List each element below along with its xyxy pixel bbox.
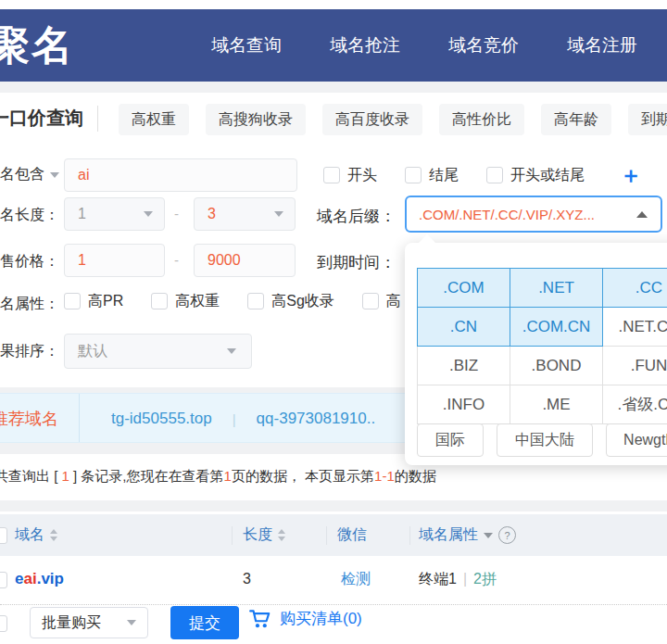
suffix-option-cn[interactable]: .CN bbox=[418, 308, 510, 347]
nav-item-domain-backorder[interactable]: 域名抢注 bbox=[330, 33, 400, 57]
row-checkbox[interactable] bbox=[0, 572, 7, 588]
sort-label: 结果排序： bbox=[0, 342, 59, 361]
suffix-option-province[interactable]: .省级.CN bbox=[603, 385, 667, 424]
chevron-up-icon bbox=[636, 211, 648, 218]
option-high-pr: 高PR bbox=[64, 292, 123, 311]
recommend-link-2[interactable]: qq-3973081910.. bbox=[257, 410, 376, 428]
group-newgtld-button[interactable]: Newgtld bbox=[606, 423, 667, 457]
length-to-select[interactable]: 3 bbox=[194, 197, 296, 231]
nav-item-domain-search[interactable]: 域名查询 bbox=[211, 33, 282, 57]
suffix-option-me[interactable]: .ME bbox=[510, 385, 603, 424]
chevron-down-icon bbox=[127, 620, 136, 625]
add-condition-icon[interactable]: ＋ bbox=[620, 164, 642, 186]
suffix-option-comcn[interactable]: .COM.CN bbox=[510, 308, 603, 347]
help-icon[interactable]: ? bbox=[498, 526, 516, 544]
option-suffix: 结尾 bbox=[405, 166, 459, 185]
suffix-group-buttons: 国际 中国大陆 Newgtld bbox=[417, 423, 667, 457]
option-prefix-or-suffix: 开头或结尾 bbox=[486, 166, 585, 185]
expire-label: 到期时间： bbox=[317, 252, 396, 273]
prefix-checkbox[interactable] bbox=[323, 167, 340, 183]
keyword-highlight: ai bbox=[23, 570, 36, 587]
wechat-check-link[interactable]: 检测 bbox=[341, 570, 371, 589]
high-pr-checkbox[interactable] bbox=[64, 293, 81, 309]
link-separator: | bbox=[233, 411, 236, 427]
brand-logo[interactable]: 聚名 bbox=[0, 25, 74, 66]
length-from-select[interactable]: 1 bbox=[64, 197, 165, 231]
cell-attrs: 终端1 | 2拼 bbox=[419, 556, 497, 602]
chevron-down-icon bbox=[274, 211, 283, 217]
suffix-option-netcn[interactable]: .NET.CN bbox=[603, 308, 667, 347]
chevron-down-icon bbox=[227, 348, 236, 354]
page: 聚名 域名查询 域名抢注 域名竞价 域名注册 一口价查询 高权重 高搜狗收录 高… bbox=[0, 0, 667, 644]
high-sg-checkbox[interactable] bbox=[247, 293, 264, 309]
contains-label[interactable]: 域名包含 bbox=[0, 165, 59, 184]
submit-button[interactable]: 提交 bbox=[170, 606, 239, 639]
suffix-grid: .COM .NET .CC .CN .COM.CN .NET.CN .BIZ .… bbox=[417, 268, 667, 424]
result-count: 1 bbox=[62, 468, 69, 484]
high-partial-checkbox[interactable] bbox=[362, 293, 379, 309]
chevron-down-icon bbox=[484, 533, 493, 538]
group-china-button[interactable]: 中国大陆 bbox=[497, 423, 593, 457]
attr-options: 高PR 高权重 高Sg收录 高 bbox=[64, 289, 401, 313]
keyword-input[interactable]: ai bbox=[64, 158, 297, 192]
tag-high-value[interactable]: 高性价比 bbox=[439, 104, 524, 135]
price-from-input[interactable]: 1 bbox=[64, 244, 165, 277]
table-header: 域名 长度 微信 域名属性 ? bbox=[0, 514, 667, 556]
recommend-link-1[interactable]: tg-id50555.top bbox=[111, 410, 212, 428]
display-range: 1-1 bbox=[374, 468, 395, 484]
tag-high-weight[interactable]: 高权重 bbox=[119, 104, 189, 135]
result-summary: 共查询出 [ 1 ] 条记录,您现在在查看第1页的数据， 本页显示第1-1的数据 bbox=[0, 468, 436, 486]
results-table: 域名 长度 微信 域名属性 ? eai.vip 3 bbox=[0, 511, 667, 644]
column-divider bbox=[232, 526, 233, 545]
position-options: 开头 结尾 开头或结尾 ＋ bbox=[323, 158, 642, 192]
header-attrs[interactable]: 域名属性 ? bbox=[419, 514, 516, 556]
chevron-down-icon bbox=[144, 211, 153, 217]
suffix-option-bond[interactable]: .BOND bbox=[510, 347, 603, 385]
tag-expire-time[interactable]: 到期时间 bbox=[628, 104, 667, 135]
range-separator: - bbox=[174, 252, 179, 268]
footer-checkbox[interactable] bbox=[0, 615, 7, 632]
main-nav: 域名查询 域名抢注 域名竞价 域名注册 bbox=[211, 33, 637, 57]
header-domain[interactable]: 域名 bbox=[15, 514, 57, 556]
page-title: 一口价查询 bbox=[0, 106, 83, 131]
sort-icon[interactable] bbox=[50, 529, 57, 541]
recommend-links: tg-id50555.top | qq-3973081910.. bbox=[111, 394, 375, 444]
cell-length: 3 bbox=[243, 556, 251, 602]
suffix-option-cc[interactable]: .CC bbox=[603, 269, 667, 308]
tag-high-age[interactable]: 高年龄 bbox=[541, 104, 611, 135]
top-navbar: 聚名 域名查询 域名抢注 域名竞价 域名注册 bbox=[0, 9, 667, 82]
tag-high-sogou[interactable]: 高搜狗收录 bbox=[206, 104, 306, 135]
group-international-button[interactable]: 国际 bbox=[417, 423, 484, 457]
header-length[interactable]: 长度 bbox=[243, 514, 285, 556]
price-to-input[interactable]: 9000 bbox=[194, 244, 296, 277]
column-divider bbox=[326, 526, 327, 545]
cart-link[interactable]: 购买清单(0) bbox=[248, 606, 362, 630]
current-page: 1 bbox=[224, 468, 232, 484]
tag-high-baidu[interactable]: 高百度收录 bbox=[322, 104, 422, 135]
suffix-checkbox[interactable] bbox=[405, 167, 422, 183]
select-all-checkbox[interactable] bbox=[0, 527, 7, 544]
price-label: 出售价格： bbox=[0, 252, 59, 271]
batch-action-select[interactable]: 批量购买 bbox=[30, 607, 148, 638]
sort-select[interactable]: 默认 bbox=[64, 334, 252, 369]
suffix-option-com[interactable]: .COM bbox=[418, 269, 510, 308]
header-wechat: 微信 bbox=[337, 514, 367, 556]
option-high-weight: 高权重 bbox=[151, 292, 220, 311]
nav-item-domain-register[interactable]: 域名注册 bbox=[567, 33, 637, 57]
suffix-select[interactable]: .COM/.NET/.CC/.VIP/.XYZ... bbox=[405, 196, 662, 233]
panel-caret bbox=[418, 234, 436, 244]
length-label: 域名长度： bbox=[0, 206, 59, 225]
chevron-down-icon bbox=[50, 172, 59, 178]
suffix-option-net[interactable]: .NET bbox=[510, 269, 603, 308]
suffix-option-info[interactable]: .INFO bbox=[418, 385, 510, 424]
prefix-or-suffix-checkbox[interactable] bbox=[486, 167, 503, 183]
suffix-label: 域名后缀： bbox=[317, 206, 396, 227]
suffix-option-fun[interactable]: .FUN bbox=[603, 347, 667, 385]
nav-item-domain-auction[interactable]: 域名竞价 bbox=[448, 33, 519, 57]
suffix-option-biz[interactable]: .BIZ bbox=[418, 347, 510, 385]
high-weight-checkbox[interactable] bbox=[151, 293, 168, 309]
column-divider bbox=[409, 526, 410, 545]
cell-domain[interactable]: eai.vip bbox=[15, 556, 64, 602]
sort-icon[interactable] bbox=[278, 529, 285, 541]
range-separator: - bbox=[174, 206, 179, 221]
